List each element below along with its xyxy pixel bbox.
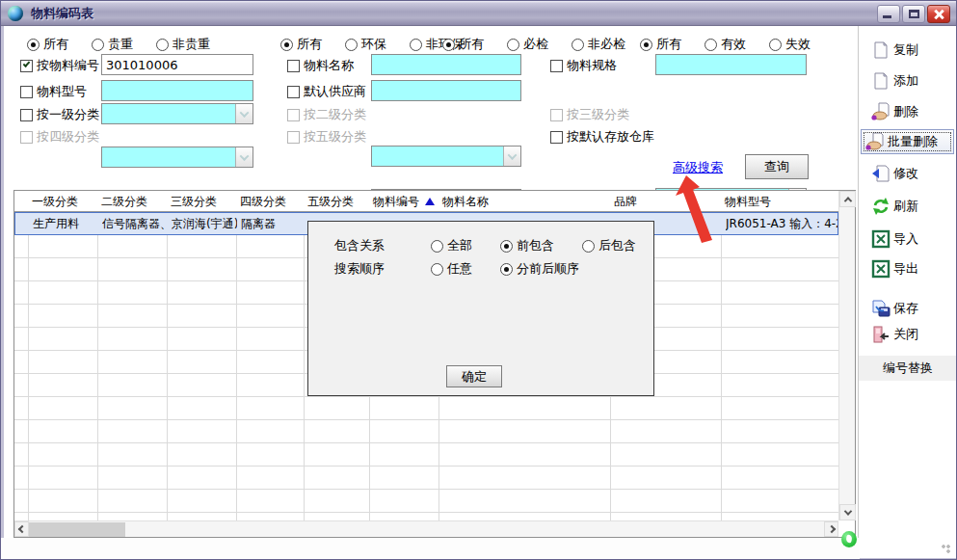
chevron-down-icon[interactable] [503, 147, 520, 166]
delete-button[interactable]: 删除 [859, 99, 955, 124]
column-header-class4[interactable]: 四级分类 [240, 194, 286, 210]
class2-checkbox[interactable] [287, 105, 304, 123]
item-name-checkbox[interactable] [287, 56, 304, 74]
refresh-icon [871, 197, 891, 216]
item-name-input[interactable] [371, 54, 521, 75]
table-gridline [721, 212, 722, 520]
radio-valid[interactable]: 有效 [704, 36, 746, 53]
radio-icon [156, 39, 169, 51]
window-title: 物料编码表 [31, 5, 93, 22]
column-header-class3[interactable]: 三级分类 [171, 194, 217, 210]
radio-icon [507, 39, 519, 51]
horizontal-scroll-thumb[interactable] [29, 522, 125, 537]
radio-inspect-all[interactable]: 所有 [442, 36, 484, 53]
field-default-supplier: 默认供应商 [287, 82, 366, 100]
class4-checkbox[interactable] [20, 127, 37, 146]
radio-precious-all[interactable]: 所有 [27, 36, 68, 53]
checkbox-icon [20, 86, 33, 98]
radio-env[interactable]: 环保 [345, 36, 386, 53]
field-class2: 按二级分类 [287, 105, 366, 123]
chevron-down-icon[interactable] [235, 147, 253, 167]
item-model-checkbox[interactable] [20, 82, 37, 100]
class5-checkbox[interactable] [287, 127, 304, 146]
class2-combobox[interactable] [371, 146, 521, 167]
radio-valid-all[interactable]: 所有 [640, 36, 681, 53]
column-header-class5[interactable]: 五级分类 [307, 194, 354, 210]
scroll-down-button[interactable] [839, 504, 856, 520]
radio-invalid[interactable]: 失效 [769, 36, 811, 53]
radio-icon [431, 240, 443, 253]
query-button[interactable]: 查询 [745, 154, 809, 179]
copy-button[interactable]: 复制 [859, 38, 955, 63]
radio-order-sequential[interactable]: 分前后顺序 [500, 260, 579, 278]
checkbox-icon [20, 60, 33, 72]
advanced-search-link[interactable]: 高级搜索 [673, 159, 723, 176]
field-by-item-code: 按物料编号 [20, 56, 99, 74]
save-icon [871, 299, 891, 318]
batch-delete-button[interactable]: 批量删除 [861, 129, 954, 154]
chevron-down-icon[interactable] [235, 104, 253, 123]
class3-checkbox[interactable] [550, 105, 567, 123]
checkbox-icon [287, 86, 300, 98]
chevron-down-icon [843, 507, 851, 515]
radio-precious[interactable]: 贵重 [92, 36, 133, 53]
maximize-button[interactable] [902, 5, 925, 23]
add-button[interactable]: 添加 [859, 68, 955, 93]
field-class3: 按三级分类 [550, 105, 629, 123]
code-replace-button[interactable]: 编号替换 [859, 356, 957, 381]
column-header-brand[interactable]: 品牌 [614, 194, 637, 210]
default-supplier-input[interactable] [371, 80, 521, 101]
radio-env-all[interactable]: 所有 [280, 36, 322, 53]
radio-icon [640, 39, 652, 51]
export-button[interactable]: 导出 [859, 256, 955, 281]
radio-contain-prefix[interactable]: 前包含 [500, 237, 554, 254]
column-header-item-model[interactable]: 物料型号 [725, 194, 771, 210]
checkbox-icon [550, 131, 563, 144]
item-code-input[interactable] [101, 54, 253, 75]
radio-order-any[interactable]: 任意 [431, 260, 472, 278]
close-icon [932, 8, 945, 21]
radio-not-precious[interactable]: 非贵重 [156, 36, 210, 53]
column-header-class1[interactable]: 一级分类 [32, 194, 78, 210]
cell-item-model: JR6051-A3 输入：4-2 [726, 216, 837, 232]
scroll-right-button[interactable] [824, 521, 838, 537]
import-button[interactable]: 导入 [859, 227, 955, 252]
cell-class3: 京润海(宇通) [172, 216, 237, 232]
modify-icon [871, 164, 891, 183]
column-header-item-name[interactable]: 物料名称 [442, 194, 489, 210]
copy-page-icon [871, 40, 891, 60]
radio-must-inspect[interactable]: 必检 [507, 36, 548, 53]
refresh-button[interactable]: 刷新 [859, 194, 955, 219]
radio-contain-suffix[interactable]: 后包含 [582, 237, 636, 254]
close-button[interactable] [927, 5, 950, 23]
checkbox-icon [550, 60, 563, 72]
column-header-class2[interactable]: 二级分类 [101, 194, 147, 210]
scroll-left-button[interactable] [14, 521, 29, 537]
radio-contain-all[interactable]: 全部 [431, 237, 472, 254]
default-supplier-checkbox[interactable] [287, 82, 304, 100]
save-button[interactable]: 保存 [859, 296, 955, 321]
by-item-code-checkbox[interactable] [20, 56, 37, 74]
item-spec-input[interactable] [655, 54, 807, 75]
ok-button[interactable]: 确定 [446, 365, 502, 387]
item-spec-checkbox[interactable] [550, 56, 567, 74]
default-warehouse-checkbox[interactable] [550, 127, 567, 146]
status-bar [1, 538, 860, 559]
minimize-button[interactable] [877, 5, 900, 23]
vertical-scrollbar[interactable] [838, 191, 855, 520]
class4-combobox[interactable] [101, 147, 253, 168]
column-header-item-code[interactable]: 物料编号 [373, 194, 435, 210]
radio-not-inspect[interactable]: 非必检 [572, 36, 625, 53]
search-order-row: 搜索顺序 任意 分前后顺序 [334, 260, 579, 278]
table-gridline [97, 212, 98, 520]
class1-checkbox[interactable] [20, 105, 37, 123]
scroll-up-button[interactable] [839, 191, 856, 207]
excel-import-icon [871, 229, 891, 249]
item-model-input[interactable] [101, 80, 253, 101]
close-window-button[interactable]: 关闭 [859, 322, 955, 347]
radio-icon [704, 39, 717, 51]
modify-button[interactable]: 修改 [859, 161, 955, 186]
horizontal-scrollbar[interactable] [14, 520, 838, 537]
class1-combobox[interactable] [101, 103, 253, 124]
resize-grip[interactable] [942, 545, 951, 554]
